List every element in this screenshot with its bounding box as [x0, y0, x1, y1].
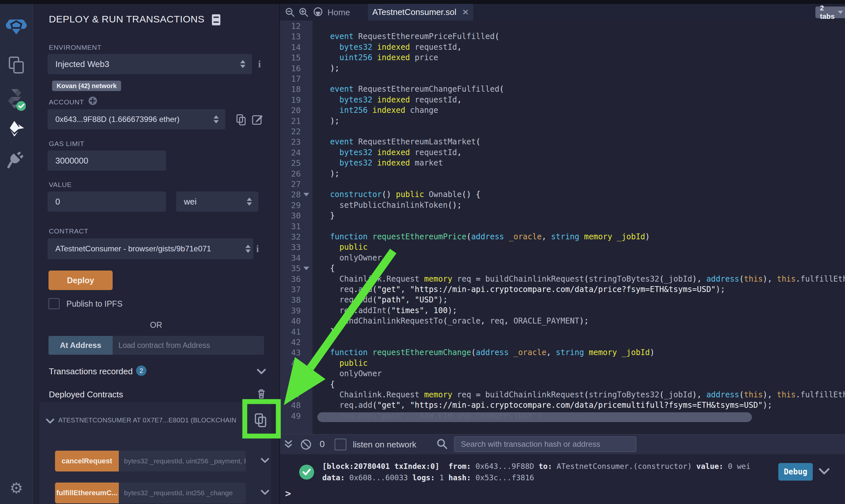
deploy-run-panel: DEPLOY & RUN TRANSACTIONS ENVIRONMENT In…	[33, 4, 280, 504]
code-line[interactable]: 17	[280, 73, 845, 84]
select-arrows-icon	[247, 198, 252, 206]
code-text: constructor() public Ownable() {	[321, 189, 480, 200]
line-number: 41	[280, 326, 312, 337]
settings-gear-icon[interactable]: ⚙	[0, 479, 33, 497]
at-address-row: At Address Load contract from Address	[49, 336, 264, 355]
code-line[interactable]: 24 bytes32 indexed requestId,	[280, 147, 845, 158]
listen-network-checkbox[interactable]	[334, 439, 346, 450]
copy-account-icon[interactable]	[236, 114, 246, 126]
line-number: 13	[280, 31, 312, 42]
code-text: int256 indexed change	[321, 105, 438, 116]
plugin-manager-icon[interactable]	[0, 151, 33, 169]
code-line[interactable]: 33 public	[280, 242, 845, 253]
code-line[interactable]: 39 req.addInt("times", 100);	[280, 305, 845, 316]
tab-atestnetconsumer[interactable]: ATestnetConsumer.sol ✕	[368, 4, 473, 20]
code-line[interactable]: 28 constructor() public Ownable() {	[280, 189, 845, 200]
code-line[interactable]: 18 event RequestEthereumChangeFulfilled(	[280, 84, 845, 95]
code-line[interactable]: 46 {	[280, 379, 845, 390]
contract-select[interactable]: ATestnetConsumer - browser/gists/9b71e07…	[48, 238, 253, 259]
code-line[interactable]: 37 req.add("get", "https://min-api.crypt…	[280, 284, 845, 295]
environment-select[interactable]: Injected Web3	[48, 54, 252, 74]
code-line[interactable]: 21 );	[280, 116, 845, 126]
code-line[interactable]: 43 function requestEthereumChange(addres…	[280, 347, 845, 358]
value-input[interactable]: 0	[48, 192, 166, 212]
at-address-button[interactable]: At Address	[49, 336, 113, 355]
contract-expand-chevron-icon[interactable]	[46, 418, 54, 424]
code-line[interactable]: 15 uint256 indexed price	[280, 52, 845, 63]
code-editor[interactable]: 1213 event RequestEthereumPriceFulfilled…	[280, 20, 845, 434]
fold-marker-icon[interactable]	[304, 267, 309, 270]
cancelrequest-args-input[interactable]: bytes32 _requestId, uint256 _payment, b	[119, 451, 246, 471]
home-tab-remix-icon[interactable]	[312, 7, 324, 18]
tab-home[interactable]: Home	[327, 7, 350, 18]
environment-info-icon[interactable]: i	[258, 58, 261, 70]
code-line[interactable]: 23 event RequestEthereumLastMarket(	[280, 137, 845, 147]
line-number: 17	[280, 73, 312, 84]
close-tab-icon[interactable]: ✕	[462, 8, 469, 17]
clear-instances-trash-icon[interactable]	[257, 388, 266, 399]
log-expand-chevron-icon[interactable]	[818, 468, 830, 475]
code-line[interactable]: 22	[280, 126, 845, 137]
code-line[interactable]: 42	[280, 337, 845, 347]
fulfillethereumchange-button[interactable]: fulfillEthereumC...	[55, 483, 119, 503]
code-line[interactable]: 40 sendChainlinkRequestTo(_oracle, req, …	[280, 316, 845, 326]
clear-terminal-icon[interactable]	[300, 439, 312, 450]
zoom-out-icon[interactable]	[285, 7, 295, 17]
deployed-contract-card: ATESTNETCONSUMER AT 0X7E7...E80D1 (BLOCK…	[39, 402, 271, 504]
horizontal-scrollbar[interactable]	[317, 412, 752, 422]
code-line[interactable]: 38 req.add("path", "USD");	[280, 294, 845, 305]
account-select[interactable]: 0x643...9F88D (1.666673996 ether)	[48, 109, 225, 129]
zoom-in-icon[interactable]	[299, 7, 309, 17]
code-line[interactable]: 26 );	[280, 168, 845, 179]
code-line[interactable]: 48 req.add("get", "https://min-api.crypt…	[280, 400, 845, 411]
gas-limit-input[interactable]: 3000000	[48, 150, 166, 171]
code-line[interactable]: 35 {	[280, 263, 845, 274]
expand-terminal-icon[interactable]	[284, 440, 293, 449]
code-line[interactable]: 32 function requestEthereumPrice(address…	[280, 232, 845, 242]
code-text: public	[321, 358, 368, 369]
code-line[interactable]: 45 onlyOwner	[280, 368, 845, 379]
code-line[interactable]: 14 bytes32 indexed requestId,	[280, 42, 845, 53]
fold-marker-icon[interactable]	[304, 383, 309, 386]
file-explorer-icon[interactable]	[0, 56, 33, 74]
terminal-prompt[interactable]: >	[285, 488, 291, 499]
code-line[interactable]: 16 );	[280, 63, 845, 74]
code-line[interactable]: 31	[280, 221, 845, 232]
search-icon	[437, 439, 447, 449]
tx-log-entry[interactable]: [block:20780401 txIndex:0] from: 0x643..…	[322, 461, 751, 484]
code-line[interactable]: 19 bytes32 indexed requestId,	[280, 95, 845, 105]
cancelrequest-button[interactable]: cancelRequest	[55, 451, 119, 471]
value-unit-select[interactable]: wei	[176, 192, 258, 212]
code-line[interactable]: 27	[280, 179, 845, 190]
tabs-count-dropdown[interactable]: 2 tabs	[815, 6, 845, 18]
code-line[interactable]: 25 bytes32 indexed market	[280, 158, 845, 168]
transactions-chevron-icon[interactable]	[257, 369, 266, 375]
copy-contract-address-icon[interactable]	[254, 413, 267, 428]
code-line[interactable]: 29 setPublicChainlinkToken();	[280, 200, 845, 211]
deploy-button[interactable]: Deploy	[49, 271, 113, 290]
docs-book-icon[interactable]	[211, 14, 221, 26]
code-line[interactable]: 41 }	[280, 326, 845, 337]
code-line[interactable]: 20 int256 indexed change	[280, 105, 845, 116]
expand-args-chevron-icon[interactable]	[261, 458, 269, 463]
code-line[interactable]: 47 Chainlink.Request memory req = buildC…	[280, 390, 845, 400]
contract-info-icon[interactable]: i	[256, 243, 259, 254]
remix-logo-icon[interactable]	[0, 16, 33, 37]
deploy-and-run-icon[interactable]	[0, 120, 33, 138]
code-line[interactable]: 30 }	[280, 210, 845, 221]
solidity-compiler-icon[interactable]	[0, 88, 33, 112]
publish-ipfs-checkbox[interactable]	[49, 298, 59, 309]
code-line[interactable]: 12	[280, 21, 845, 32]
debug-button[interactable]: Debug	[778, 463, 813, 481]
code-line[interactable]: 13 event RequestEthereumPriceFulfilled(	[280, 31, 845, 42]
fold-marker-icon[interactable]	[304, 193, 309, 196]
expand-args-chevron-icon[interactable]	[261, 490, 269, 495]
sign-message-icon[interactable]	[252, 114, 263, 126]
code-line[interactable]: 36 Chainlink.Request memory req = buildC…	[280, 274, 845, 285]
fulfillethereumchange-args-input[interactable]: bytes32 _requestId, int256 _change	[119, 483, 246, 503]
code-line[interactable]: 34 onlyOwner	[280, 253, 845, 264]
add-account-icon[interactable]	[88, 96, 97, 105]
code-line[interactable]: 44 public	[280, 358, 845, 369]
at-address-input[interactable]: Load contract from Address	[113, 336, 264, 355]
terminal-search-input[interactable]: Search with transaction hash or address	[454, 436, 636, 452]
